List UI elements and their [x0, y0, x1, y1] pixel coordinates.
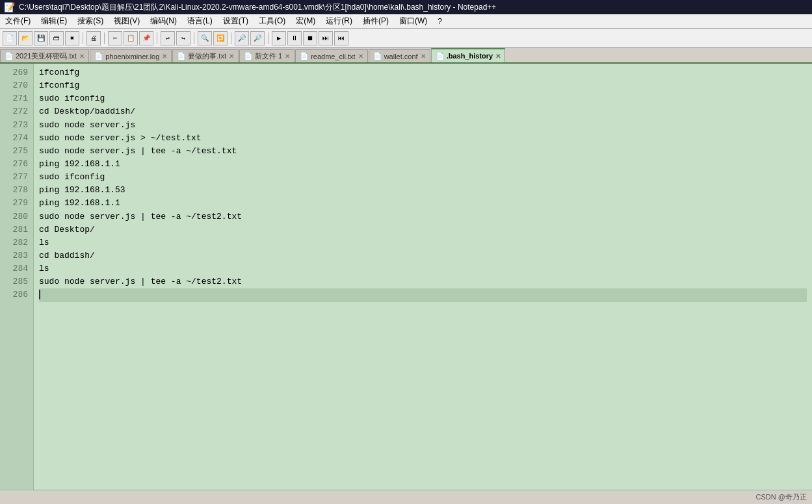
code-line: sudo ifconfig: [39, 92, 807, 105]
toolbar-row1: 📄 📂 💾 🗃 ✖ 🖨 ✂ 📋 📌 ↩ ↪ 🔍 🔁 🔎 🔎 ▶ ⏸ ⏹ ⏭ ⏮: [0, 29, 812, 48]
toolbar-sep5: [231, 32, 231, 44]
menu-bar: 文件(F) 编辑(E) 搜索(S) 视图(V) 编码(N) 语言(L) 设置(T…: [0, 14, 812, 29]
tab-close-phoenixminer[interactable]: ✕: [162, 53, 167, 60]
tab-bar: 📄 2021美亚杯密码.txt ✕ 📄 phoenixminer.log ✕ 📄…: [0, 48, 812, 64]
line-number: 279: [0, 197, 33, 210]
tab-close-bash[interactable]: ✕: [495, 53, 501, 60]
line-number: 278: [0, 184, 33, 197]
menu-tools[interactable]: 工具(O): [254, 14, 291, 28]
line-number: 285: [0, 275, 33, 288]
code-line: cd Desktop/baddish/: [39, 105, 807, 118]
tab-icon-readme: 📄: [300, 52, 309, 60]
find-button[interactable]: 🔍: [198, 31, 212, 45]
line-number: 284: [0, 262, 33, 275]
tab-label-wallet: wallet.conf: [384, 53, 418, 60]
tab-icon-wallet: 📄: [373, 52, 382, 60]
line-number: 272: [0, 105, 33, 118]
tab-close-todo[interactable]: ✕: [229, 53, 234, 60]
cut-button[interactable]: ✂: [108, 31, 122, 45]
code-line: ls: [39, 262, 807, 275]
btn3[interactable]: ⏹: [303, 31, 317, 45]
line-number: 273: [0, 119, 33, 132]
zoom-out-button[interactable]: 🔎: [250, 31, 265, 45]
code-line: sudo node server.js | tee -a ~/test2.txt: [39, 275, 807, 288]
code-line: sudo ifconfig: [39, 171, 807, 184]
line-number: 269: [0, 66, 33, 79]
menu-plugins[interactable]: 插件(P): [358, 14, 394, 28]
open-button[interactable]: 📂: [18, 31, 33, 45]
tab-label-2021: 2021美亚杯密码.txt: [16, 51, 77, 61]
menu-window[interactable]: 窗口(W): [394, 14, 432, 28]
tab-icon-bash: 📄: [436, 52, 445, 60]
tab-label-bash: .bash_history: [447, 52, 493, 60]
line-number: 283: [0, 249, 33, 262]
btn4[interactable]: ⏭: [319, 31, 333, 45]
tab-todo[interactable]: 📄 要做的事.txt ✕: [172, 49, 239, 62]
tab-close-newfile[interactable]: ✕: [285, 53, 290, 60]
line-numbers: 2692702712722732742752762772782792802812…: [0, 64, 34, 490]
code-line: ping 192.168.1.1: [39, 197, 807, 210]
menu-help[interactable]: ?: [432, 16, 447, 27]
tab-close-2021[interactable]: ✕: [79, 53, 85, 60]
title-bar: 📝 C:\Users\taqi7\Desktop\题目解压\21团队2\Kali…: [0, 0, 812, 14]
copy-button[interactable]: 📋: [124, 31, 138, 45]
title-text: C:\Users\taqi7\Desktop\题目解压\21团队2\Kali-L…: [19, 2, 496, 13]
tab-label-phoenixminer: phoenixminer.log: [105, 53, 159, 60]
tab-icon-todo: 📄: [177, 52, 186, 60]
tab-label-readme: readme_cli.txt: [311, 53, 355, 60]
status-bar: CSDN @奇乃正: [0, 490, 812, 504]
status-text: CSDN @奇乃正: [756, 492, 807, 502]
btn5[interactable]: ⏮: [334, 31, 348, 45]
close-button[interactable]: ✖: [65, 31, 79, 45]
tab-close-wallet[interactable]: ✕: [421, 53, 426, 60]
tab-readme[interactable]: 📄 readme_cli.txt ✕: [295, 49, 367, 62]
tab-icon-phoenixminer: 📄: [94, 52, 103, 60]
menu-edit[interactable]: 编辑(E): [36, 14, 72, 28]
code-line: cd Desktop/: [39, 223, 807, 236]
code-line: cd baddish/: [39, 249, 807, 262]
line-number: 276: [0, 158, 33, 171]
editor-area[interactable]: 2692702712722732742752762772782792802812…: [0, 64, 812, 490]
undo-button[interactable]: ↩: [161, 31, 175, 45]
print-button[interactable]: 🖨: [86, 31, 101, 45]
tab-icon-2021: 📄: [5, 52, 14, 60]
app-icon: 📝: [4, 2, 15, 12]
line-number: 280: [0, 210, 33, 223]
replace-button[interactable]: 🔁: [213, 31, 228, 45]
toolbar-sep1: [83, 32, 83, 44]
save-all-button[interactable]: 🗃: [49, 31, 64, 45]
btn1[interactable]: ▶: [272, 31, 286, 45]
menu-language[interactable]: 语言(L): [182, 14, 218, 28]
paste-button[interactable]: 📌: [139, 31, 153, 45]
tab-2021[interactable]: 📄 2021美亚杯密码.txt ✕: [0, 49, 89, 62]
tab-bash-history[interactable]: 📄 .bash_history ✕: [431, 48, 506, 62]
line-number: 275: [0, 145, 33, 158]
tab-wallet[interactable]: 📄 wallet.conf ✕: [369, 49, 430, 62]
text-cursor: [39, 290, 40, 299]
menu-file[interactable]: 文件(F): [0, 14, 36, 28]
code-line: sudo node server.js | tee -a ~/test2.txt: [39, 210, 807, 223]
menu-view[interactable]: 视图(V): [109, 14, 145, 28]
toolbar-sep6: [268, 32, 268, 44]
code-line: ifconifg: [39, 66, 807, 79]
code-line: [39, 288, 807, 301]
zoom-in-button[interactable]: 🔎: [235, 31, 249, 45]
line-number: 274: [0, 132, 33, 145]
redo-button[interactable]: ↪: [176, 31, 190, 45]
line-number: 271: [0, 92, 33, 105]
tab-close-readme[interactable]: ✕: [358, 53, 363, 60]
tab-label-newfile: 新文件 1: [255, 51, 282, 61]
btn2[interactable]: ⏸: [287, 31, 302, 45]
menu-settings[interactable]: 设置(T): [218, 14, 254, 28]
tab-phoenixminer[interactable]: 📄 phoenixminer.log ✕: [90, 49, 172, 62]
save-button[interactable]: 💾: [34, 31, 48, 45]
tab-newfile[interactable]: 📄 新文件 1 ✕: [239, 49, 295, 62]
code-content[interactable]: ifconifgifconfigsudo ifconfigcd Desktop/…: [34, 64, 812, 490]
tab-label-todo: 要做的事.txt: [188, 51, 226, 61]
toolbar-sep3: [157, 32, 157, 44]
new-button[interactable]: 📄: [3, 31, 17, 45]
menu-encoding[interactable]: 编码(N): [145, 14, 182, 28]
menu-search[interactable]: 搜索(S): [72, 14, 109, 28]
menu-run[interactable]: 运行(R): [321, 14, 358, 28]
menu-macro[interactable]: 宏(M): [291, 14, 321, 28]
